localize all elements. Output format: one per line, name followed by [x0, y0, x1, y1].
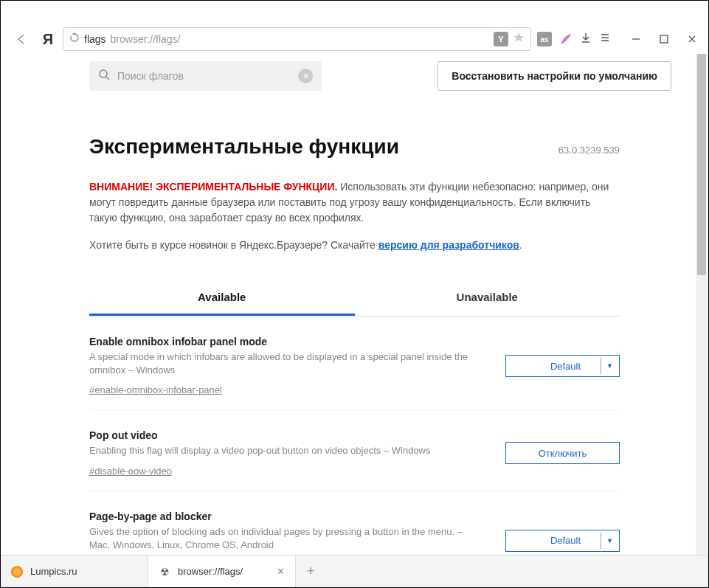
- flag-description: Gives the option of blocking ads on indi…: [89, 525, 476, 552]
- flag-action-select[interactable]: Отключить: [505, 442, 620, 464]
- address-icons: Y: [494, 32, 525, 46]
- new-tab-button[interactable]: +: [296, 556, 325, 587]
- browser-tab[interactable]: ☢browser://flags/✕: [148, 556, 296, 587]
- flag-description: Enabling this flag will display a video …: [89, 444, 476, 457]
- close-button[interactable]: [685, 32, 699, 46]
- maximize-button[interactable]: [657, 32, 671, 46]
- bookmark-star-icon[interactable]: [513, 32, 525, 46]
- tab-close-icon[interactable]: ✕: [277, 566, 285, 577]
- dev-info-suffix: .: [519, 239, 522, 251]
- flags-main: Экспериментальные функции 63.0.3239.539 …: [1, 98, 708, 555]
- lastfm-icon[interactable]: as: [537, 32, 552, 46]
- page-content: ✕ Восстановить настройки по умолчанию Эк…: [1, 54, 708, 555]
- favicon-icon: ☢: [159, 566, 170, 578]
- search-icon: [98, 69, 110, 83]
- svg-rect-0: [660, 35, 668, 43]
- flag-anchor-link[interactable]: #enable-omnibox-infobar-panel: [89, 384, 222, 395]
- yandex-logo[interactable]: Я: [39, 30, 57, 48]
- version-label: 63.0.3239.539: [558, 145, 620, 156]
- browser-tabbar: Lumpics.ru☢browser://flags/✕ +: [1, 555, 708, 587]
- tab-label: browser://flags/: [178, 566, 243, 577]
- clear-search-icon[interactable]: ✕: [298, 69, 313, 83]
- flags-list: Enable omnibox infobar panel modeA speci…: [89, 317, 620, 555]
- dev-info-text: Хотите быть в курсе новинок в Яндекс.Бра…: [89, 239, 378, 251]
- flag-action-select[interactable]: Default: [505, 355, 620, 377]
- flag-action-select[interactable]: Default: [505, 530, 620, 552]
- address-label: flags: [84, 33, 106, 45]
- page-title: Экспериментальные функции: [89, 135, 399, 159]
- back-button[interactable]: [10, 27, 33, 51]
- window-controls: [629, 32, 699, 46]
- flag-description: A special mode in which infobars are all…: [89, 350, 476, 377]
- flag-anchor-link[interactable]: #disable-oow-video: [89, 466, 172, 477]
- browser-toolbar: Я flags browser://flags/ Y as: [1, 24, 708, 54]
- dev-version-link[interactable]: версию для разработчиков: [378, 239, 519, 251]
- tab-unavailable[interactable]: Unavailable: [355, 280, 620, 316]
- search-box: ✕: [89, 61, 322, 91]
- menu-icon[interactable]: [599, 32, 611, 46]
- download-icon[interactable]: [580, 32, 592, 46]
- protect-badge-icon[interactable]: Y: [494, 32, 508, 46]
- flag-title: Page-by-page ad blocker: [89, 511, 476, 522]
- warning-prefix: ВНИМАНИЕ! ЭКСПЕРИМЕНТАЛЬНЫЕ ФУНКЦИИ.: [89, 181, 337, 193]
- address-url: browser://flags/: [111, 33, 489, 45]
- flag-row: Pop out videoEnabling this flag will dis…: [89, 410, 620, 491]
- search-input[interactable]: [117, 70, 291, 82]
- extension-icons: as: [537, 32, 611, 46]
- feather-icon[interactable]: [559, 32, 573, 46]
- flag-title: Enable omnibox infobar panel mode: [89, 336, 476, 347]
- flag-title: Pop out video: [89, 429, 476, 441]
- svg-point-1: [100, 70, 107, 77]
- title-bar: [1, 1, 708, 24]
- flags-tabs: Available Unavailable: [89, 280, 620, 317]
- flag-row: Page-by-page ad blockerGives the option …: [89, 491, 620, 555]
- scrollbar-thumb[interactable]: [697, 54, 706, 275]
- address-bar[interactable]: flags browser://flags/ Y: [63, 27, 531, 51]
- scrollbar[interactable]: [696, 54, 708, 555]
- flags-topbar: ✕ Восстановить настройки по умолчанию: [1, 54, 708, 98]
- dev-info: Хотите быть в курсе новинок в Яндекс.Бра…: [89, 239, 620, 251]
- flag-row: Enable omnibox infobar panel modeA speci…: [89, 317, 620, 410]
- tab-available[interactable]: Available: [89, 280, 355, 316]
- minimize-button[interactable]: [629, 32, 643, 46]
- tab-label: Lumpics.ru: [30, 566, 77, 577]
- browser-tab[interactable]: Lumpics.ru: [1, 556, 148, 587]
- reload-icon[interactable]: [69, 32, 80, 46]
- reset-defaults-button[interactable]: Восстановить настройки по умолчанию: [437, 61, 671, 91]
- favicon-icon: [11, 566, 23, 578]
- warning-text: ВНИМАНИЕ! ЭКСПЕРИМЕНТАЛЬНЫЕ ФУНКЦИИ. Исп…: [89, 179, 620, 226]
